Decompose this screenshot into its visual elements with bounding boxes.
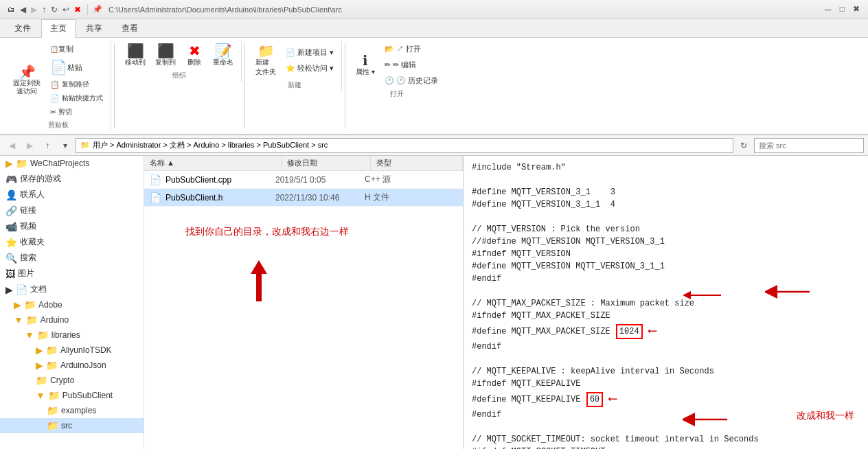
edit-btn[interactable]: ✏ ✏ 编辑 — [381, 58, 442, 72]
pubsub-folder-icon: ▼ 📁 — [36, 390, 60, 401]
ribbon-content: 📌 固定到快速访问 📋 复制 📄 粘贴 — [0, 38, 868, 135]
code-line-23: #ifndef MQTT_SOCKET_TIMEOUT — [472, 446, 860, 449]
tab-view[interactable]: 查看 — [113, 19, 147, 37]
code-line-blank-1 — [472, 174, 860, 186]
copy-to-icon: ⬛ — [157, 44, 174, 58]
copy-btn[interactable]: 📋 复制 — [47, 42, 106, 56]
move-to-btn[interactable]: ⬛ 移动到 — [122, 42, 149, 69]
refresh-btn[interactable]: ↻ — [49, 5, 59, 14]
sidebar-item-links[interactable]: 🔗 链接 — [0, 203, 144, 218]
tab-home[interactable]: 主页 — [41, 19, 76, 38]
clipboard-label: 剪贴板 — [48, 120, 69, 130]
sidebar-item-arduino[interactable]: ▼ 📁 Arduino — [0, 312, 144, 327]
rename-btn[interactable]: 📝 重命名 — [209, 42, 237, 69]
ribbon-group-new: 📁 新建文件夹 📄 新建项目 ▾ ⭐ 轻松访问 ▾ 新建 — [248, 41, 342, 91]
file-list-header: 名称 ▲ 修改日期 类型 — [144, 156, 463, 171]
annotation-change-same: 改成和我一样 — [797, 408, 854, 423]
col-header-type[interactable]: 类型 — [371, 156, 463, 170]
aliyun-folder-icon: ▶ 📁 — [36, 345, 58, 356]
quick-access-btn[interactable]: 📌 — [93, 5, 102, 14]
tab-share[interactable]: 共享 — [77, 19, 111, 37]
favorites-icon: ⭐ — [5, 237, 17, 248]
sidebar-item-crypto[interactable]: 📁 Crypto — [0, 373, 144, 388]
open-label: 打开 — [390, 89, 404, 99]
sidebar-item-savedgames[interactable]: 🎮 保存的游戏 — [0, 171, 144, 187]
new-item-icon: 📄 — [286, 48, 295, 57]
minimize-btn[interactable]: ─ — [822, 4, 834, 15]
libraries-folder-icon: ▼ 📁 — [25, 330, 49, 341]
search-input[interactable] — [754, 138, 864, 153]
nav-back-btn[interactable]: ◀ — [4, 138, 19, 153]
code-line-7: //#define MQTT_VERSION MQTT_VERSION_3_1 — [472, 235, 860, 248]
sidebar-item-adobe[interactable]: ▶ 📁 Adobe — [0, 297, 144, 312]
clipboard-buttons: 📌 固定到快速访问 📋 复制 📄 粘贴 — [10, 42, 106, 119]
nav-up-btn[interactable]: ↑ — [40, 138, 55, 153]
edit-icon: ✏ — [385, 60, 391, 69]
copy-path-btn[interactable]: 📋 复制路径 — [47, 78, 106, 91]
sidebar-item-pubsubclient[interactable]: ▼ 📁 PubSubClient — [0, 388, 144, 403]
sidebar-item-favorites[interactable]: ⭐ 收藏夹 — [0, 234, 144, 250]
new-item-btn[interactable]: 📄 新建项目 ▾ — [282, 45, 337, 60]
sidebar-item-pictures[interactable]: 🖼 图片 — [0, 266, 144, 281]
close-btn[interactable]: ✖ — [73, 5, 82, 14]
refresh-address-btn[interactable]: ↻ — [736, 138, 751, 153]
history-btn[interactable]: 🕐 🕐 历史记录 — [381, 73, 442, 88]
window-close-btn[interactable]: ✖ — [850, 4, 863, 15]
easy-access-btn[interactable]: ⭐ 轻松访问 ▾ — [282, 61, 337, 76]
ribbon-group-open: ℹ 属性 ▾ 📂 ↗ 打开 ✏ ✏ 编辑 🕐 🕐 历史记录 — [348, 41, 446, 100]
ribbon: 文件 主页 共享 查看 📌 固定到快速访问 📋 复制 — [0, 19, 868, 135]
nav-recent-btn[interactable]: ▾ — [58, 138, 73, 153]
file-row-cpp[interactable]: 📄 PubSubClient.cpp 2019/5/1 0:05 C++ 源 — [144, 171, 463, 189]
right-arrow-1: ⟵ — [649, 322, 656, 341]
up-btn[interactable]: ↑ — [41, 5, 47, 14]
open-actions: 📂 ↗ 打开 ✏ ✏ 编辑 🕐 🕐 历史记录 — [381, 42, 442, 88]
sidebar-item-documents[interactable]: ▶ 📄 文档 — [0, 281, 144, 297]
file-list: 📄 PubSubClient.cpp 2019/5/1 0:05 C++ 源 📄… — [144, 171, 463, 449]
delete-btn[interactable]: ✖ 删除 — [182, 42, 207, 69]
col-header-name[interactable]: 名称 ▲ — [144, 156, 282, 170]
pin-to-quickaccess-btn[interactable]: 📌 固定到快速访问 — [10, 63, 44, 97]
nav-forward-btn[interactable]: ▶ — [22, 138, 37, 153]
file-area: 名称 ▲ 修改日期 类型 📄 PubSubClient.cpp 2019/5/1… — [144, 156, 463, 449]
h-file-icon: 📄 — [150, 192, 161, 203]
file-row-h[interactable]: 📄 PubSubClient.h 2022/11/30 10:46 H 文件 — [144, 189, 463, 207]
tab-file[interactable]: 文件 — [5, 19, 40, 37]
paste-icon: 📄 — [50, 59, 67, 76]
paste-shortcut-btn[interactable]: 📄 粘贴快捷方式 — [47, 91, 106, 105]
svg-marker-0 — [251, 260, 267, 301]
title-bar-controls: 🗂 ◀ ▶ ↑ ↻ ↩ ✖ 📌 C:\Users\Administrator\D… — [5, 4, 346, 15]
sidebar-item-aliyun[interactable]: ▶ 📁 AliyunIoTSDK — [0, 343, 144, 358]
undo-btn[interactable]: ↩ — [61, 5, 71, 14]
forward-btn[interactable]: ▶ — [30, 5, 38, 14]
open-btn[interactable]: 📂 ↗ 打开 — [381, 42, 442, 56]
copy-to-btn[interactable]: ⬛ 复制到 — [152, 42, 179, 69]
sidebar-item-examples[interactable]: 📁 examples — [0, 403, 144, 418]
sidebar-item-src[interactable]: 📁 src — [0, 418, 144, 433]
properties-btn[interactable]: ℹ 属性 ▾ — [352, 51, 378, 79]
cut-icon: ✂ — [50, 108, 56, 117]
paste-btn[interactable]: 📄 粘贴 — [47, 57, 106, 78]
sidebar-item-wechat[interactable]: ▶ 📁 WeChatProjects — [0, 156, 144, 171]
sidebar-item-arduinojson[interactable]: ▶ 📁 ArduinoJson — [0, 358, 144, 373]
sidebar-item-libraries[interactable]: ▼ 📁 libraries — [0, 327, 144, 343]
code-line-comment-1: // MQTT_VERSION : Pick the version — [472, 223, 860, 235]
packet-size-highlight: 1024 — [616, 324, 643, 339]
organize-label: 组织 — [172, 71, 186, 80]
open-icon: 📂 — [385, 45, 394, 54]
divider-2 — [244, 43, 245, 128]
col-header-date[interactable]: 修改日期 — [282, 156, 371, 170]
red-arrow-up — [251, 260, 267, 303]
sidebar-item-search[interactable]: 🔍 搜索 — [0, 250, 144, 266]
title-bar: 🗂 ◀ ▶ ↑ ↻ ↩ ✖ 📌 C:\Users\Administrator\D… — [0, 0, 868, 19]
arrow-keepalive — [683, 413, 731, 430]
maximize-btn[interactable]: □ — [837, 4, 847, 15]
sidebar-item-contacts[interactable]: 👤 联系人 — [0, 187, 144, 203]
history-icon: 🕐 — [385, 76, 394, 85]
sidebar-item-videos[interactable]: 📹 视频 — [0, 218, 144, 234]
cut-btn[interactable]: ✂ 剪切 — [47, 105, 106, 119]
address-input[interactable]: 📁 用户 > Administrator > 文档 > Arduino > li… — [76, 138, 733, 153]
cpp-file-icon: 📄 — [150, 174, 161, 185]
new-folder-btn[interactable]: 📁 新建文件夹 — [252, 42, 279, 79]
back-btn[interactable]: ◀ — [19, 5, 27, 14]
paste-group: 📋 复制 📄 粘贴 📋 复制路径 📄 — [47, 42, 106, 119]
